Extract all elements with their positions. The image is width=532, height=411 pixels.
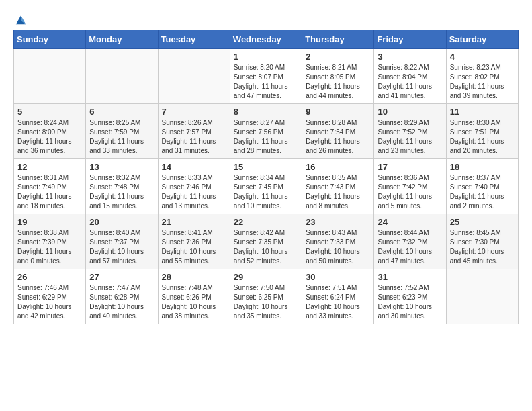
page-header [13,13,519,23]
day-number: 12 [17,162,82,172]
day-number: 17 [378,162,442,172]
calendar-cell [86,49,158,104]
day-info: Sunrise: 8:30 AM Sunset: 7:51 PM Dayligh… [450,118,515,156]
calendar-cell: 11Sunrise: 8:30 AM Sunset: 7:51 PM Dayli… [446,104,518,159]
day-number: 13 [89,162,154,172]
calendar-cell: 23Sunrise: 8:43 AM Sunset: 7:33 PM Dayli… [302,214,374,269]
calendar-cell: 14Sunrise: 8:33 AM Sunset: 7:46 PM Dayli… [158,159,230,214]
day-info: Sunrise: 7:52 AM Sunset: 6:23 PM Dayligh… [378,283,442,321]
calendar-header-thursday: Thursday [302,30,374,49]
day-number: 5 [17,107,82,117]
calendar-cell: 10Sunrise: 8:29 AM Sunset: 7:52 PM Dayli… [374,104,446,159]
calendar-cell: 26Sunrise: 7:46 AM Sunset: 6:29 PM Dayli… [14,269,86,324]
calendar-cell: 20Sunrise: 8:40 AM Sunset: 7:37 PM Dayli… [86,214,158,269]
day-number: 18 [450,162,515,172]
day-number: 8 [234,107,298,117]
logo [13,13,27,23]
day-number: 9 [306,107,370,117]
calendar-cell: 29Sunrise: 7:50 AM Sunset: 6:25 PM Dayli… [230,269,302,324]
day-info: Sunrise: 8:44 AM Sunset: 7:32 PM Dayligh… [378,228,442,266]
day-info: Sunrise: 8:33 AM Sunset: 7:46 PM Dayligh… [162,173,226,211]
calendar-header-friday: Friday [374,30,446,49]
calendar-cell: 5Sunrise: 8:24 AM Sunset: 8:00 PM Daylig… [14,104,86,159]
calendar-cell [158,49,230,104]
calendar-cell: 9Sunrise: 8:28 AM Sunset: 7:54 PM Daylig… [302,104,374,159]
day-info: Sunrise: 8:32 AM Sunset: 7:48 PM Dayligh… [89,173,154,211]
calendar-cell: 12Sunrise: 8:31 AM Sunset: 7:49 PM Dayli… [14,159,86,214]
day-info: Sunrise: 8:20 AM Sunset: 8:07 PM Dayligh… [234,63,298,101]
calendar-cell: 7Sunrise: 8:26 AM Sunset: 7:57 PM Daylig… [158,104,230,159]
calendar-header-row: SundayMondayTuesdayWednesdayThursdayFrid… [14,30,519,49]
day-number: 28 [162,272,226,282]
day-info: Sunrise: 7:51 AM Sunset: 6:24 PM Dayligh… [306,283,370,321]
day-number: 16 [306,162,370,172]
day-number: 27 [89,272,154,282]
day-info: Sunrise: 8:37 AM Sunset: 7:40 PM Dayligh… [450,173,515,211]
day-info: Sunrise: 8:40 AM Sunset: 7:37 PM Dayligh… [89,228,154,266]
calendar-cell: 31Sunrise: 7:52 AM Sunset: 6:23 PM Dayli… [374,269,446,324]
day-number: 26 [17,272,82,282]
calendar-cell: 1Sunrise: 8:20 AM Sunset: 8:07 PM Daylig… [230,49,302,104]
day-number: 29 [234,272,298,282]
day-info: Sunrise: 8:38 AM Sunset: 7:39 PM Dayligh… [17,228,82,266]
day-number: 4 [450,52,515,62]
calendar-cell: 13Sunrise: 8:32 AM Sunset: 7:48 PM Dayli… [86,159,158,214]
day-info: Sunrise: 8:34 AM Sunset: 7:45 PM Dayligh… [234,173,298,211]
calendar-header-monday: Monday [86,30,158,49]
day-info: Sunrise: 7:47 AM Sunset: 6:28 PM Dayligh… [89,283,154,321]
day-number: 24 [378,217,442,227]
calendar-header-wednesday: Wednesday [230,30,302,49]
day-info: Sunrise: 8:41 AM Sunset: 7:36 PM Dayligh… [162,228,226,266]
day-info: Sunrise: 8:35 AM Sunset: 7:43 PM Dayligh… [306,173,370,211]
calendar-header-tuesday: Tuesday [158,30,230,49]
day-info: Sunrise: 8:25 AM Sunset: 7:59 PM Dayligh… [89,118,154,156]
day-number: 30 [306,272,370,282]
day-info: Sunrise: 8:31 AM Sunset: 7:49 PM Dayligh… [17,173,82,211]
day-info: Sunrise: 8:23 AM Sunset: 8:02 PM Dayligh… [450,63,515,101]
calendar-cell: 6Sunrise: 8:25 AM Sunset: 7:59 PM Daylig… [86,104,158,159]
day-number: 6 [89,107,154,117]
day-number: 19 [17,217,82,227]
day-number: 23 [306,217,370,227]
calendar-cell: 16Sunrise: 8:35 AM Sunset: 7:43 PM Dayli… [302,159,374,214]
calendar-cell: 8Sunrise: 8:27 AM Sunset: 7:56 PM Daylig… [230,104,302,159]
day-number: 2 [306,52,370,62]
day-number: 15 [234,162,298,172]
calendar-cell: 19Sunrise: 8:38 AM Sunset: 7:39 PM Dayli… [14,214,86,269]
day-info: Sunrise: 8:43 AM Sunset: 7:33 PM Dayligh… [306,228,370,266]
calendar-cell: 17Sunrise: 8:36 AM Sunset: 7:42 PM Dayli… [374,159,446,214]
day-number: 11 [450,107,515,117]
calendar-header-saturday: Saturday [446,30,518,49]
day-number: 22 [234,217,298,227]
logo-icon [15,13,27,26]
day-info: Sunrise: 8:42 AM Sunset: 7:35 PM Dayligh… [234,228,298,266]
day-info: Sunrise: 8:24 AM Sunset: 8:00 PM Dayligh… [17,118,82,156]
calendar-cell: 30Sunrise: 7:51 AM Sunset: 6:24 PM Dayli… [302,269,374,324]
calendar-cell: 21Sunrise: 8:41 AM Sunset: 7:36 PM Dayli… [158,214,230,269]
calendar-cell: 24Sunrise: 8:44 AM Sunset: 7:32 PM Dayli… [374,214,446,269]
calendar-week-row: 26Sunrise: 7:46 AM Sunset: 6:29 PM Dayli… [14,269,519,324]
day-info: Sunrise: 8:21 AM Sunset: 8:05 PM Dayligh… [306,63,370,101]
day-info: Sunrise: 8:26 AM Sunset: 7:57 PM Dayligh… [162,118,226,156]
day-number: 31 [378,272,442,282]
day-info: Sunrise: 8:29 AM Sunset: 7:52 PM Dayligh… [378,118,442,156]
calendar-cell: 18Sunrise: 8:37 AM Sunset: 7:40 PM Dayli… [446,159,518,214]
day-number: 14 [162,162,226,172]
calendar-cell: 22Sunrise: 8:42 AM Sunset: 7:35 PM Dayli… [230,214,302,269]
calendar-cell: 4Sunrise: 8:23 AM Sunset: 8:02 PM Daylig… [446,49,518,104]
day-number: 21 [162,217,226,227]
calendar-week-row: 19Sunrise: 8:38 AM Sunset: 7:39 PM Dayli… [14,214,519,269]
calendar-cell [446,269,518,324]
day-number: 3 [378,52,442,62]
calendar-cell: 27Sunrise: 7:47 AM Sunset: 6:28 PM Dayli… [86,269,158,324]
calendar-header-sunday: Sunday [14,30,86,49]
day-number: 7 [162,107,226,117]
calendar-week-row: 5Sunrise: 8:24 AM Sunset: 8:00 PM Daylig… [14,104,519,159]
calendar-week-row: 12Sunrise: 8:31 AM Sunset: 7:49 PM Dayli… [14,159,519,214]
day-info: Sunrise: 8:22 AM Sunset: 8:04 PM Dayligh… [378,63,442,101]
day-info: Sunrise: 8:27 AM Sunset: 7:56 PM Dayligh… [234,118,298,156]
day-number: 1 [234,52,298,62]
calendar-week-row: 1Sunrise: 8:20 AM Sunset: 8:07 PM Daylig… [14,49,519,104]
day-number: 20 [89,217,154,227]
calendar-cell: 28Sunrise: 7:48 AM Sunset: 6:26 PM Dayli… [158,269,230,324]
